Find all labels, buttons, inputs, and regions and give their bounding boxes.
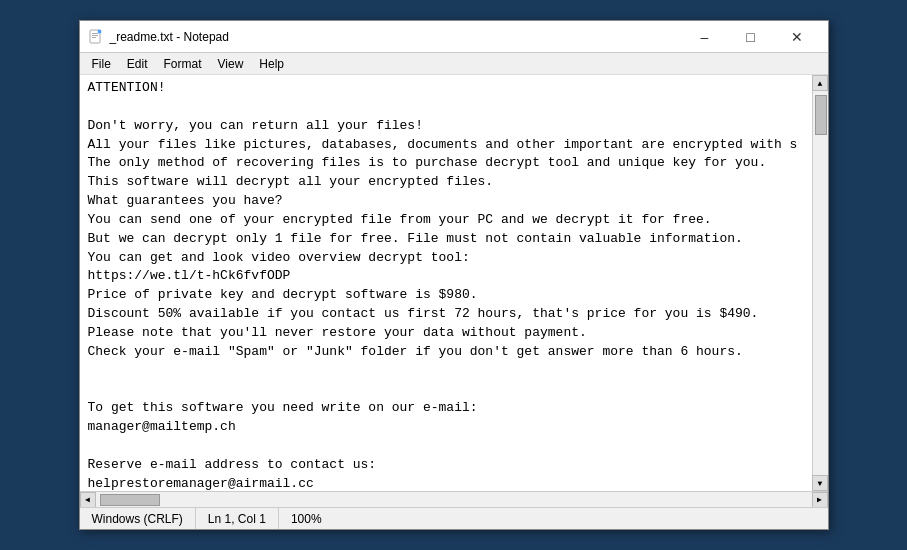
- svg-rect-4: [98, 30, 101, 33]
- menu-format[interactable]: Format: [156, 55, 210, 73]
- text-editor[interactable]: [80, 75, 812, 491]
- svg-rect-3: [92, 37, 96, 38]
- horizontal-scrollbar[interactable]: ◀ ▶: [80, 491, 828, 507]
- menu-file[interactable]: File: [84, 55, 119, 73]
- menu-view[interactable]: View: [210, 55, 252, 73]
- vertical-scrollbar[interactable]: ▲ ▼: [812, 75, 828, 491]
- scroll-thumb-h[interactable]: [100, 494, 160, 506]
- maximize-button[interactable]: □: [728, 21, 774, 53]
- scroll-track-v[interactable]: [813, 91, 828, 475]
- svg-rect-1: [92, 33, 98, 34]
- scroll-track-h[interactable]: [96, 492, 812, 507]
- window-controls: – □ ✕: [682, 21, 820, 53]
- menu-edit[interactable]: Edit: [119, 55, 156, 73]
- encoding-label: Windows (CRLF): [92, 512, 183, 526]
- scroll-left-arrow[interactable]: ◀: [80, 492, 96, 508]
- app-icon: [88, 29, 104, 45]
- menu-help[interactable]: Help: [251, 55, 292, 73]
- status-position: Ln 1, Col 1: [196, 508, 279, 529]
- status-bar: Windows (CRLF) Ln 1, Col 1 100%: [80, 507, 828, 529]
- notepad-window: _readme.txt - Notepad – □ ✕ File Edit Fo…: [79, 20, 829, 530]
- title-bar: _readme.txt - Notepad – □ ✕: [80, 21, 828, 53]
- minimize-button[interactable]: –: [682, 21, 728, 53]
- menu-bar: File Edit Format View Help: [80, 53, 828, 75]
- svg-rect-2: [92, 35, 98, 36]
- window-title: _readme.txt - Notepad: [110, 30, 682, 44]
- scroll-up-arrow[interactable]: ▲: [812, 75, 828, 91]
- zoom-label: 100%: [291, 512, 322, 526]
- close-button[interactable]: ✕: [774, 21, 820, 53]
- scroll-right-arrow[interactable]: ▶: [812, 492, 828, 508]
- content-area: ▲ ▼: [80, 75, 828, 491]
- status-zoom: 100%: [279, 508, 334, 529]
- status-encoding: Windows (CRLF): [80, 508, 196, 529]
- position-label: Ln 1, Col 1: [208, 512, 266, 526]
- scroll-down-arrow[interactable]: ▼: [812, 475, 828, 491]
- scroll-thumb-v[interactable]: [815, 95, 827, 135]
